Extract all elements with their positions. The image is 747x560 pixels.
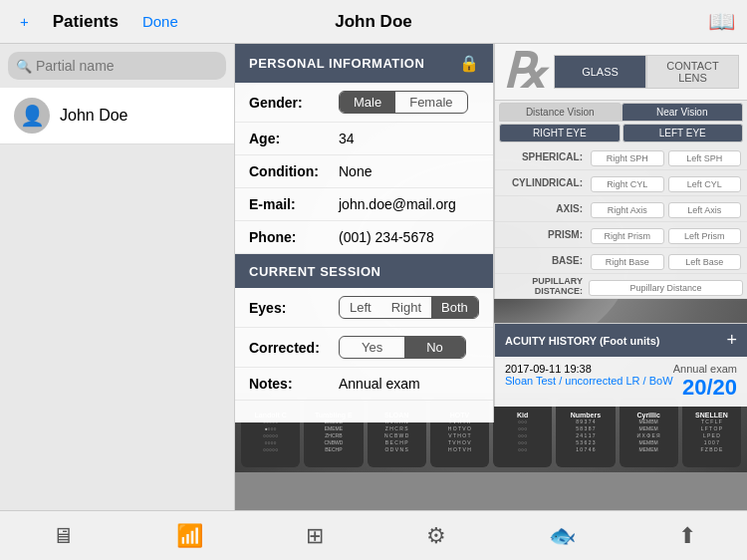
eyes-segmented: Left Right Both xyxy=(339,296,479,319)
chart-dots: T V H T H H O T V O V T H O T T V H O V … xyxy=(448,419,471,453)
prism-row: PRISM: xyxy=(495,222,747,248)
age-value: 34 xyxy=(339,131,355,146)
cylindrical-row: CYLINDRICAL: xyxy=(495,170,747,196)
glass-tab[interactable]: GLASS xyxy=(554,55,646,89)
acuity-score: 20/20 xyxy=(673,375,737,401)
personal-info-panel: PERSONAL INFORMATION 🔒 Gender: Male Fema… xyxy=(235,44,494,422)
top-bar: + Patients Done John Doe 📖 xyxy=(0,0,747,44)
condition-label: Condition: xyxy=(249,163,339,179)
wifi-icon[interactable]: 📶 xyxy=(176,523,203,549)
corrected-label: Corrected: xyxy=(249,340,339,356)
avatar: 👤 xyxy=(14,98,50,134)
pupillary-input[interactable] xyxy=(589,280,743,296)
chart-dots: ○○○○○ ●○○○ ○○○○○ ○○○○ ○○○○○ xyxy=(263,419,278,453)
right-eye-tab[interactable]: RIGHT EYE xyxy=(499,124,621,142)
chart-dots: 8 9 3 7 4 5 8 3 8 7 2 4 1 1 7 5 3 6 2 3 … xyxy=(576,419,595,453)
share-icon[interactable]: ⬆ xyxy=(678,523,696,549)
done-button[interactable]: Done xyxy=(134,9,186,34)
main-area: 🔍 👤 John Doe PERSONAL INFORMATION 🔒 Gend… xyxy=(0,44,747,560)
chart-dots: T C F L F L F T O P L P E D 1 0 0 7 F Z … xyxy=(700,419,722,453)
eyes-left-button[interactable]: Left xyxy=(340,297,381,318)
chart-title: Numbers xyxy=(571,412,601,419)
corrected-segmented: Yes No xyxy=(339,336,466,359)
chart-title: Cyrillic xyxy=(636,412,659,419)
email-value: john.doe@mail.org xyxy=(339,196,456,212)
corrected-yes-button[interactable]: Yes xyxy=(340,337,404,358)
rx-panel: ℞ GLASS CONTACT LENS Distance Vision Nea… xyxy=(494,44,747,299)
right-base-input[interactable] xyxy=(591,254,664,270)
prism-label: PRISM: xyxy=(499,229,589,240)
chart-card[interactable]: Kid ○○○ ○○○ ○○○ ○○○ ○○○ xyxy=(493,398,552,467)
distance-vision-tab[interactable]: Distance Vision xyxy=(499,103,622,122)
bottom-bar: 🖥 📶 ⊞ ⚙ 🐟 ⬆ xyxy=(0,510,747,560)
eyes-label: Eyes: xyxy=(249,300,339,316)
fish-icon[interactable]: 🐟 xyxy=(549,523,576,549)
left-cyl-input[interactable] xyxy=(668,176,742,192)
acuity-header: ACUITY HISTORY (Foot units) + xyxy=(495,324,747,357)
contact-tab[interactable]: CONTACT LENS xyxy=(646,55,739,89)
chart-dots: EMEMB EMEME ZHCRB CNBWD BECHP xyxy=(324,419,343,453)
corrected-no-button[interactable]: No xyxy=(404,337,465,358)
eyes-row: Eyes: Left Right Both xyxy=(235,288,493,328)
right-prism-input[interactable] xyxy=(591,228,664,244)
gear-icon[interactable]: ⚙ xyxy=(426,523,446,549)
pupillary-label: PUPILLARY DISTANCE: xyxy=(499,276,589,296)
lock-icon[interactable]: 🔒 xyxy=(459,54,479,73)
chart-dots: ○○○ ○○○ ○○○ ○○○ ○○○ xyxy=(518,419,527,453)
eyes-right-button[interactable]: Right xyxy=(381,297,431,318)
base-row: BASE: xyxy=(495,248,747,274)
page-title: John Doe xyxy=(335,12,411,32)
notes-label: Notes: xyxy=(249,376,339,392)
chart-card[interactable]: Numbers 8 9 3 7 4 5 8 3 8 7 2 4 1 1 7 5 … xyxy=(556,398,615,467)
acuity-panel: ACUITY HISTORY (Foot units) + 2017-09-11… xyxy=(494,323,747,407)
gender-female-button[interactable]: Female xyxy=(395,92,466,113)
chart-card[interactable]: SNELLEN T C F L F L F T O P L P E D 1 0 … xyxy=(682,398,741,467)
near-vision-tab[interactable]: Near Vision xyxy=(622,103,744,122)
patient-name: John Doe xyxy=(60,107,128,125)
email-row: E-mail: john.doe@mail.org xyxy=(235,188,493,221)
chart-title: SNELLEN xyxy=(695,412,728,419)
acuity-add-button[interactable]: + xyxy=(726,330,737,351)
acuity-date: 2017-09-11 19:38 xyxy=(505,363,673,375)
gender-segmented: Male Female xyxy=(339,91,468,114)
notes-value: Annual exam xyxy=(339,376,420,392)
acuity-link[interactable]: Sloan Test / uncorrected LR / BoW xyxy=(505,375,673,387)
search-input[interactable] xyxy=(8,52,226,80)
age-row: Age: 34 xyxy=(235,123,493,155)
cylindrical-label: CYLINDRICAL: xyxy=(499,177,589,188)
right-axis-input[interactable] xyxy=(591,202,664,218)
left-sph-input[interactable] xyxy=(668,150,742,166)
session-title: CURRENT SESSION xyxy=(249,264,380,279)
condition-value: None xyxy=(339,163,372,179)
add-button[interactable]: + xyxy=(12,9,37,34)
left-axis-input[interactable] xyxy=(668,202,742,218)
email-label: E-mail: xyxy=(249,196,339,212)
left-prism-input[interactable] xyxy=(668,228,742,244)
right-sph-input[interactable] xyxy=(591,150,664,166)
sidebar: 🔍 👤 John Doe xyxy=(0,44,235,560)
patient-list-item[interactable]: 👤 John Doe xyxy=(0,88,234,144)
top-bar-left: + Patients Done xyxy=(12,8,186,36)
book-icon[interactable]: 📖 xyxy=(708,9,735,35)
phone-value: (001) 234-5678 xyxy=(339,229,434,245)
spherical-label: SPHERICAL: xyxy=(499,151,589,162)
left-base-input[interactable] xyxy=(668,254,742,270)
search-bar: 🔍 xyxy=(8,52,226,80)
gender-label: Gender: xyxy=(249,95,339,111)
monitor-icon[interactable]: 🖥 xyxy=(52,523,74,549)
right-cyl-input[interactable] xyxy=(591,176,664,192)
chart-card[interactable]: Cyrillic МЕМВМ МЕМЕМ И Х Ф Е Я МЕМВМ МЕМ… xyxy=(620,398,678,467)
left-eye-tab[interactable]: LEFT EYE xyxy=(622,124,744,142)
gender-male-button[interactable]: Male xyxy=(340,92,395,113)
gender-row: Gender: Male Female xyxy=(235,83,493,123)
axis-row: AXIS: xyxy=(495,196,747,222)
notes-row: Notes: Annual exam xyxy=(235,368,493,401)
axis-label: AXIS: xyxy=(499,203,589,214)
acuity-title: ACUITY HISTORY (Foot units) xyxy=(505,335,659,347)
patients-button[interactable]: Patients xyxy=(45,8,126,36)
eyes-both-button[interactable]: Both xyxy=(431,297,478,318)
phone-row: Phone: (001) 234-5678 xyxy=(235,221,493,254)
condition-row: Condition: None xyxy=(235,155,493,188)
grid-icon[interactable]: ⊞ xyxy=(306,523,324,549)
spherical-row: SPHERICAL: xyxy=(495,144,747,170)
